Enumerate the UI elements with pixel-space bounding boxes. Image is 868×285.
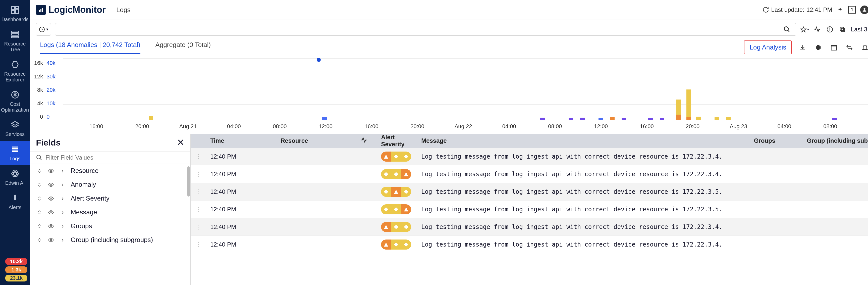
history-button[interactable]: ▾ bbox=[36, 23, 51, 36]
th-groups[interactable]: Groups bbox=[727, 137, 802, 144]
eye-icon[interactable] bbox=[48, 167, 55, 174]
chart-bar[interactable] bbox=[648, 118, 653, 120]
nav-label: Services bbox=[5, 132, 25, 137]
note-icon[interactable]: 1 bbox=[848, 6, 856, 13]
copy-icon[interactable] bbox=[838, 25, 847, 34]
chevron-right-icon: › bbox=[59, 236, 66, 244]
star-button[interactable]: ▾ bbox=[800, 25, 809, 34]
eye-icon[interactable] bbox=[48, 195, 55, 202]
table-row[interactable]: ⋮12:40 PMLog testing message from log in… bbox=[191, 165, 868, 183]
nav-dashboards[interactable]: Dashboards bbox=[0, 1, 30, 26]
field-row[interactable]: ›Message bbox=[30, 205, 190, 219]
close-icon[interactable]: ✕ bbox=[177, 137, 184, 148]
chart-bar[interactable] bbox=[686, 89, 691, 120]
field-row[interactable]: ›Groups bbox=[30, 219, 190, 233]
info-icon[interactable] bbox=[825, 25, 834, 34]
chart-bar[interactable] bbox=[322, 117, 327, 120]
svg-point-45 bbox=[50, 211, 52, 213]
chart-bar[interactable] bbox=[622, 118, 626, 120]
row-menu-icon[interactable]: ⋮ bbox=[191, 153, 206, 160]
chart-bar[interactable] bbox=[540, 118, 545, 120]
table-row[interactable]: ⋮12:40 PMLog testing message from log in… bbox=[191, 201, 868, 218]
search-icon[interactable] bbox=[782, 25, 792, 34]
nav-logs[interactable]: Logs bbox=[0, 141, 30, 165]
nav-resource-tree[interactable]: Resource Tree bbox=[0, 26, 30, 56]
last-update[interactable]: Last update: 12:41 PM bbox=[762, 6, 832, 13]
field-row[interactable]: ›Anomaly bbox=[30, 178, 190, 192]
chart-marker[interactable] bbox=[319, 58, 319, 120]
th-group-sub[interactable]: Group (including sub bbox=[802, 137, 868, 144]
tab-aggregate[interactable]: Aggregate (0 Total) bbox=[155, 41, 211, 54]
table-row[interactable]: ⋮12:40 PMLog testing message from log in… bbox=[191, 236, 868, 253]
sparkle-icon[interactable] bbox=[837, 6, 844, 13]
eye-icon[interactable] bbox=[48, 181, 55, 188]
chart-bar[interactable] bbox=[676, 99, 681, 120]
bell-icon[interactable] bbox=[861, 43, 868, 52]
tab-logs[interactable]: Logs (18 Anomalies | 20,742 Total) bbox=[40, 41, 140, 54]
swap-icon[interactable] bbox=[845, 43, 854, 52]
nav-edwin-ai[interactable]: Edwin AI bbox=[0, 165, 30, 190]
badge-warning[interactable]: 23.1k bbox=[5, 275, 27, 282]
eye-icon[interactable] bbox=[48, 223, 55, 230]
eye-icon[interactable] bbox=[48, 209, 55, 216]
nav-alerts[interactable]: Alerts bbox=[0, 190, 30, 214]
timerange-selector[interactable]: Last 3 days ▾ bbox=[851, 26, 868, 33]
row-menu-icon[interactable]: ⋮ bbox=[191, 188, 206, 195]
chart-plot[interactable]: 16:0020:00Aug 2104:0008:0012:0016:0020:0… bbox=[63, 58, 868, 134]
tabs-row: Logs (18 Anomalies | 20,742 Total) Aggre… bbox=[30, 39, 868, 56]
chart-bar[interactable] bbox=[696, 117, 701, 120]
search-input[interactable] bbox=[60, 26, 782, 33]
svg-rect-33 bbox=[831, 45, 837, 50]
th-severity[interactable]: Alert Severity bbox=[376, 134, 417, 148]
calendar-icon[interactable] bbox=[829, 43, 838, 52]
badge-critical[interactable]: 10.2k bbox=[5, 258, 27, 265]
row-menu-icon[interactable]: ⋮ bbox=[191, 171, 206, 178]
fields-filter-input[interactable] bbox=[45, 154, 184, 161]
nav-cost-optimization[interactable]: Cost Optimization bbox=[0, 86, 30, 116]
hex-icon bbox=[9, 60, 21, 69]
cell-severity bbox=[376, 204, 417, 215]
download-icon[interactable] bbox=[798, 43, 807, 52]
chart-bar[interactable] bbox=[598, 118, 603, 120]
field-row[interactable]: ›Resource bbox=[30, 164, 190, 178]
row-menu-icon[interactable]: ⋮ bbox=[191, 206, 206, 213]
scrollbar[interactable] bbox=[187, 166, 190, 197]
chart-bar[interactable] bbox=[610, 117, 615, 120]
table-row[interactable]: ⋮12:40 PMLog testing message from log in… bbox=[191, 183, 868, 201]
fields-panel: Fields ✕ ›Resource›Anomaly›Alert Severit… bbox=[30, 134, 191, 285]
field-row[interactable]: ›Group (including subgroups) bbox=[30, 233, 190, 247]
nav-rail: Dashboards Resource Tree Resource Explor… bbox=[0, 0, 30, 285]
chart-bar[interactable] bbox=[580, 118, 585, 120]
chart-bar[interactable] bbox=[149, 116, 153, 120]
svg-rect-19 bbox=[42, 8, 43, 12]
svg-point-24 bbox=[784, 27, 788, 31]
dollar-icon bbox=[9, 90, 21, 100]
badge-error[interactable]: 1.3k bbox=[5, 266, 27, 273]
nav-services[interactable]: Services bbox=[0, 116, 30, 141]
table-row[interactable]: ⋮12:40 PMLog testing message from log in… bbox=[191, 218, 868, 236]
svg-point-47 bbox=[50, 239, 52, 241]
avatar-button[interactable] bbox=[860, 5, 868, 14]
th-message[interactable]: Message bbox=[417, 137, 727, 144]
row-menu-icon[interactable]: ⋮ bbox=[191, 223, 206, 230]
chart-bar[interactable] bbox=[832, 118, 837, 120]
svg-rect-18 bbox=[40, 9, 41, 12]
table-row[interactable]: ⋮12:40 PMLog testing message from log in… bbox=[191, 148, 868, 165]
svg-marker-64 bbox=[394, 207, 398, 211]
chart-bar[interactable] bbox=[715, 117, 719, 120]
th-resource[interactable]: Resource bbox=[276, 137, 351, 144]
nav-resource-explorer[interactable]: Resource Explorer bbox=[0, 56, 30, 86]
field-row[interactable]: ›Alert Severity bbox=[30, 192, 190, 205]
sort-icon bbox=[36, 236, 43, 244]
pulse-icon[interactable] bbox=[813, 25, 822, 34]
log-analysis-button[interactable]: Log Analysis bbox=[744, 40, 792, 54]
chart-bar[interactable] bbox=[660, 118, 664, 120]
chart-bar[interactable] bbox=[726, 117, 731, 120]
th-anomaly[interactable] bbox=[351, 137, 376, 145]
th-time[interactable]: Time bbox=[206, 137, 276, 144]
row-menu-icon[interactable]: ⋮ bbox=[191, 241, 206, 248]
plugin-icon[interactable] bbox=[814, 43, 823, 52]
chart-bar[interactable] bbox=[569, 118, 573, 120]
x-tick: 04:00 bbox=[778, 123, 792, 130]
eye-icon[interactable] bbox=[48, 236, 55, 244]
